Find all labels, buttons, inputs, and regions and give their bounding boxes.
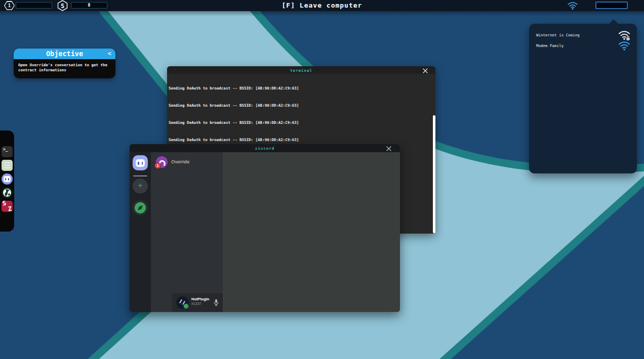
ziscord-close-icon[interactable] [386,146,392,152]
sz-letter-z: Z [8,205,12,213]
dock-browser-icon[interactable] [2,187,13,198]
leave-computer-hint: [F] Leave computer [0,2,644,9]
user-tag: #1337 [191,302,201,305]
wifi-status-icon[interactable] [567,1,578,10]
terminal-close-icon[interactable] [422,68,428,74]
hotplugin-avatar [176,296,189,309]
objective-title: Objective [46,50,83,58]
objective-text: Open Override's conversation to get the … [14,59,115,78]
wifi-network-name: Winternet is Coming [536,33,580,37]
terminal-line: Sending DeAuth to broadcast -- BSSID: [A… [169,85,431,91]
objective-header: Objective < [14,49,115,59]
terminal-title: terminal [167,68,435,73]
terminal-line: Sending DeAuth to broadcast -- BSSID: [A… [169,137,431,143]
online-status-dot [183,303,189,309]
dock-ziscord-icon[interactable] [2,173,13,185]
lock-icon [627,36,630,40]
network-slot-box[interactable] [595,2,628,9]
wifi-network-name: Modem Family [536,43,564,48]
objective-panel: Objective < Open Override's conversation… [14,49,115,78]
terminal-line: Sending DeAuth to broadcast -- BSSID: [A… [169,120,431,125]
topbar-shadow [0,11,644,16]
dm-row-override[interactable]: 1 Override [151,152,223,172]
user-name: HotPlugin [191,297,209,301]
wifi-network-modem-family[interactable]: Modem Family [536,40,631,53]
dock-notes-icon[interactable] [2,160,13,171]
ziscord-window: ziscord + [130,144,400,312]
add-server-button[interactable]: + [133,178,148,194]
sz-letter-s: S [2,200,7,207]
top-hud-bar: 1 S 0 [F] Leave computer [0,0,644,11]
ziscord-home-button[interactable] [133,155,148,170]
wifi-open-icon [618,40,631,52]
ziscord-dm-list: 1 Override HotPlugin #1337 [151,152,223,312]
override-avatar: 1 [156,156,168,168]
app-dock: >_ S Z [0,130,14,232]
dock-terminal-icon[interactable]: >_ [2,146,13,157]
explore-servers-button[interactable] [133,200,148,215]
terminal-scrollbar[interactable] [433,115,435,233]
unread-badge: 1 [154,162,161,169]
ziscord-chat-area[interactable] [223,152,400,312]
game-screen: 1 S 0 [F] Leave computer Objective < Ope… [0,0,644,359]
ziscord-robot-face [4,176,11,182]
ziscord-robot-face [136,159,145,167]
wifi-secured-icon [618,30,631,41]
ziscord-server-rail: + [130,152,151,312]
dm-username: Override [171,159,189,164]
ziscord-title: ziscord [130,146,400,151]
terminal-line: Sending DeAuth to broadcast -- BSSID: [A… [169,103,431,108]
dock-sz-app-icon[interactable]: S Z [2,201,13,212]
wifi-networks-panel: Winternet is Coming Modem Family [529,24,637,173]
objective-collapse-button[interactable]: < [108,49,111,59]
rail-divider [133,175,147,176]
microphone-icon[interactable] [213,299,220,306]
